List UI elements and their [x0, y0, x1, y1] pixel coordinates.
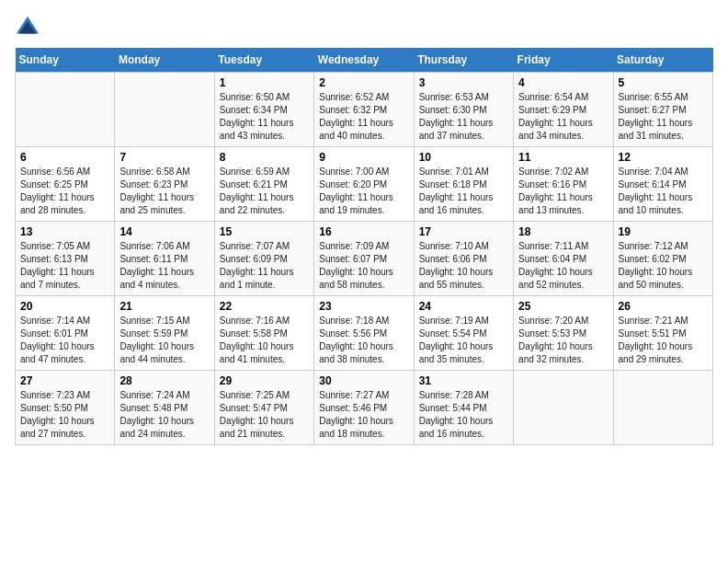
day-info: Sunrise: 6:56 AM Sunset: 6:25 PM Dayligh… — [20, 166, 109, 217]
day-number: 18 — [518, 225, 608, 238]
header-thursday: Thursday — [414, 48, 513, 73]
day-info: Sunrise: 7:07 AM Sunset: 6:09 PM Dayligh… — [220, 240, 309, 292]
day-info: Sunrise: 6:52 AM Sunset: 6:32 PM Dayligh… — [319, 91, 408, 143]
calendar-cell: 22Sunrise: 7:16 AM Sunset: 5:58 PM Dayli… — [214, 296, 313, 371]
day-info: Sunrise: 7:21 AM Sunset: 5:51 PM Dayligh… — [619, 315, 708, 366]
day-number: 17 — [419, 225, 508, 238]
calendar-cell: 9Sunrise: 7:00 AM Sunset: 6:20 PM Daylig… — [314, 147, 414, 222]
day-info: Sunrise: 7:25 AM Sunset: 5:47 PM Dayligh… — [220, 389, 309, 441]
calendar-cell: 8Sunrise: 6:59 AM Sunset: 6:21 PM Daylig… — [214, 147, 313, 222]
day-number: 22 — [220, 300, 309, 313]
calendar-cell: 27Sunrise: 7:23 AM Sunset: 5:50 PM Dayli… — [16, 371, 115, 445]
calendar-cell: 19Sunrise: 7:12 AM Sunset: 6:02 PM Dayli… — [613, 222, 712, 296]
calendar-cell: 21Sunrise: 7:15 AM Sunset: 5:59 PM Dayli… — [115, 296, 214, 371]
calendar-cell: 20Sunrise: 7:14 AM Sunset: 6:01 PM Dayli… — [16, 296, 115, 371]
day-number: 5 — [619, 76, 708, 89]
day-info: Sunrise: 6:53 AM Sunset: 6:30 PM Dayligh… — [419, 91, 508, 143]
calendar-cell: 29Sunrise: 7:25 AM Sunset: 5:47 PM Dayli… — [214, 371, 313, 445]
day-info: Sunrise: 7:19 AM Sunset: 5:54 PM Dayligh… — [419, 315, 508, 366]
calendar-table: SundayMondayTuesdayWednesdayThursdayFrid… — [15, 48, 713, 445]
calendar-cell: 18Sunrise: 7:11 AM Sunset: 6:04 PM Dayli… — [514, 222, 613, 296]
day-number: 30 — [319, 374, 408, 387]
logo — [15, 15, 44, 40]
calendar-cell: 11Sunrise: 7:02 AM Sunset: 6:16 PM Dayli… — [514, 147, 613, 222]
header-sunday: Sunday — [16, 48, 115, 73]
calendar-cell: 5Sunrise: 6:55 AM Sunset: 6:27 PM Daylig… — [613, 73, 712, 147]
week-row-2: 6Sunrise: 6:56 AM Sunset: 6:25 PM Daylig… — [16, 147, 713, 222]
calendar-cell — [514, 371, 613, 445]
calendar-cell: 17Sunrise: 7:10 AM Sunset: 6:06 PM Dayli… — [414, 222, 513, 296]
calendar-cell: 31Sunrise: 7:28 AM Sunset: 5:44 PM Dayli… — [414, 371, 513, 445]
day-info: Sunrise: 6:59 AM Sunset: 6:21 PM Dayligh… — [220, 166, 309, 217]
logo-icon — [15, 15, 40, 40]
day-number: 7 — [119, 151, 209, 164]
calendar-cell: 2Sunrise: 6:52 AM Sunset: 6:32 PM Daylig… — [314, 73, 414, 147]
day-info: Sunrise: 7:27 AM Sunset: 5:46 PM Dayligh… — [319, 389, 408, 441]
day-number: 12 — [619, 151, 708, 164]
calendar-cell: 25Sunrise: 7:20 AM Sunset: 5:53 PM Dayli… — [514, 296, 613, 371]
day-number: 9 — [319, 151, 408, 164]
calendar-cell: 1Sunrise: 6:50 AM Sunset: 6:34 PM Daylig… — [214, 73, 313, 147]
calendar-cell — [115, 73, 214, 147]
calendar-cell: 30Sunrise: 7:27 AM Sunset: 5:46 PM Dayli… — [314, 371, 414, 445]
day-number: 19 — [619, 225, 708, 238]
calendar-cell — [16, 73, 115, 147]
day-info: Sunrise: 7:06 AM Sunset: 6:11 PM Dayligh… — [119, 240, 209, 292]
day-number: 31 — [419, 374, 508, 387]
day-number: 4 — [518, 76, 608, 89]
day-number: 6 — [20, 151, 109, 164]
day-info: Sunrise: 7:01 AM Sunset: 6:18 PM Dayligh… — [419, 166, 508, 217]
day-number: 8 — [220, 151, 309, 164]
day-number: 2 — [319, 76, 408, 89]
day-info: Sunrise: 7:24 AM Sunset: 5:48 PM Dayligh… — [119, 389, 209, 441]
day-number: 10 — [419, 151, 508, 164]
day-info: Sunrise: 7:12 AM Sunset: 6:02 PM Dayligh… — [619, 240, 708, 292]
calendar-cell — [613, 371, 712, 445]
day-number: 11 — [518, 151, 608, 164]
day-info: Sunrise: 7:00 AM Sunset: 6:20 PM Dayligh… — [319, 166, 408, 217]
header-friday: Friday — [514, 48, 613, 73]
calendar-cell: 14Sunrise: 7:06 AM Sunset: 6:11 PM Dayli… — [115, 222, 214, 296]
day-number: 14 — [119, 225, 209, 238]
day-info: Sunrise: 6:54 AM Sunset: 6:29 PM Dayligh… — [518, 91, 608, 143]
calendar-cell: 28Sunrise: 7:24 AM Sunset: 5:48 PM Dayli… — [115, 371, 214, 445]
calendar-cell: 13Sunrise: 7:05 AM Sunset: 6:13 PM Dayli… — [16, 222, 115, 296]
day-number: 29 — [220, 374, 309, 387]
calendar-cell: 7Sunrise: 6:58 AM Sunset: 6:23 PM Daylig… — [115, 147, 214, 222]
day-number: 27 — [20, 374, 109, 387]
week-row-4: 20Sunrise: 7:14 AM Sunset: 6:01 PM Dayli… — [16, 296, 713, 371]
day-number: 1 — [220, 76, 309, 89]
header-row: SundayMondayTuesdayWednesdayThursdayFrid… — [16, 48, 713, 73]
header-wednesday: Wednesday — [314, 48, 414, 73]
calendar-cell: 16Sunrise: 7:09 AM Sunset: 6:07 PM Dayli… — [314, 222, 414, 296]
day-info: Sunrise: 7:09 AM Sunset: 6:07 PM Dayligh… — [319, 240, 408, 292]
day-info: Sunrise: 7:04 AM Sunset: 6:14 PM Dayligh… — [619, 166, 708, 217]
day-info: Sunrise: 7:11 AM Sunset: 6:04 PM Dayligh… — [518, 240, 608, 292]
day-info: Sunrise: 7:10 AM Sunset: 6:06 PM Dayligh… — [419, 240, 508, 292]
day-number: 21 — [119, 300, 209, 313]
day-number: 23 — [319, 300, 408, 313]
day-number: 20 — [20, 300, 109, 313]
day-info: Sunrise: 6:58 AM Sunset: 6:23 PM Dayligh… — [119, 166, 209, 217]
day-info: Sunrise: 7:23 AM Sunset: 5:50 PM Dayligh… — [20, 389, 109, 441]
day-number: 13 — [20, 225, 109, 238]
calendar-cell: 12Sunrise: 7:04 AM Sunset: 6:14 PM Dayli… — [613, 147, 712, 222]
day-number: 26 — [619, 300, 708, 313]
page-header — [15, 15, 713, 40]
day-number: 3 — [419, 76, 508, 89]
calendar-cell: 6Sunrise: 6:56 AM Sunset: 6:25 PM Daylig… — [16, 147, 115, 222]
day-number: 25 — [518, 300, 608, 313]
day-info: Sunrise: 7:28 AM Sunset: 5:44 PM Dayligh… — [419, 389, 508, 441]
calendar-cell: 26Sunrise: 7:21 AM Sunset: 5:51 PM Dayli… — [613, 296, 712, 371]
day-info: Sunrise: 6:55 AM Sunset: 6:27 PM Dayligh… — [619, 91, 708, 143]
header-monday: Monday — [115, 48, 214, 73]
calendar-cell: 15Sunrise: 7:07 AM Sunset: 6:09 PM Dayli… — [214, 222, 313, 296]
week-row-3: 13Sunrise: 7:05 AM Sunset: 6:13 PM Dayli… — [16, 222, 713, 296]
calendar-cell: 4Sunrise: 6:54 AM Sunset: 6:29 PM Daylig… — [514, 73, 613, 147]
day-info: Sunrise: 7:18 AM Sunset: 5:56 PM Dayligh… — [319, 315, 408, 366]
calendar-cell: 3Sunrise: 6:53 AM Sunset: 6:30 PM Daylig… — [414, 73, 513, 147]
day-info: Sunrise: 7:05 AM Sunset: 6:13 PM Dayligh… — [20, 240, 109, 292]
calendar-cell: 23Sunrise: 7:18 AM Sunset: 5:56 PM Dayli… — [314, 296, 414, 371]
day-number: 24 — [419, 300, 508, 313]
day-info: Sunrise: 7:16 AM Sunset: 5:58 PM Dayligh… — [220, 315, 309, 366]
